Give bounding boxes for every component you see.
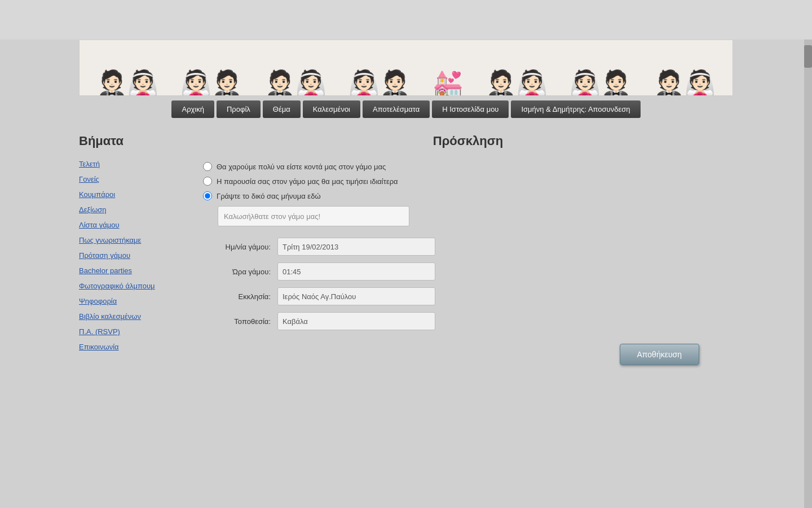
sidebar-how-we-met[interactable]: Πως γνωριστήκαμε <box>79 236 203 244</box>
radio-opt3[interactable] <box>203 191 212 200</box>
sidebar: Βήματα Τελετή Γονείς Κουμπάροι Δεξίωση Λ… <box>79 134 203 365</box>
field-location[interactable] <box>277 312 435 330</box>
header-banner: 🤵🏻👰🏻 👰🏻🤵🏻 🤵🏻👰🏻 👰🏻🤵🏻 💒 🤵🏻👰🏻 👰🏻🤵🏻 🤵🏻👰🏻 <box>79 40 733 96</box>
form-row-church: Εκκλησία: <box>203 287 733 305</box>
custom-message-input[interactable] <box>218 206 409 226</box>
form-row-location: Τοποθεσία: <box>203 312 733 330</box>
radio-opt2-label: Η παρουσία σας στον γάμο μας θα μας τιμή… <box>217 177 398 186</box>
nav-home[interactable]: Αρχική <box>171 100 214 118</box>
field-church[interactable] <box>277 287 435 305</box>
sidebar-ceremony[interactable]: Τελετή <box>79 160 203 168</box>
sidebar-rsvp[interactable]: Π.Α. (RSVP) <box>79 327 203 336</box>
sidebar-album[interactable]: Φωτογραφικό άλμπουμ <box>79 282 203 290</box>
label-wedding-date: Ημ/νία γάμου: <box>203 243 271 251</box>
form-row-time: Ώρα γάμου: <box>203 262 733 281</box>
radio-row-2: Η παρουσία σας στον γάμο μας θα μας τιμή… <box>203 177 733 186</box>
sidebar-title: Βήματα <box>79 134 203 148</box>
nav-guests[interactable]: Καλεσμένοι <box>303 100 360 118</box>
sidebar-guestbook[interactable]: Βιβλίο καλεσμένων <box>79 312 203 321</box>
radio-opt1-label: Θα χαρούμε πολύ να είστε κοντά μας στον … <box>217 163 386 171</box>
sidebar-proposal[interactable]: Πρόταση γάμου <box>79 251 203 260</box>
nav-mysite[interactable]: Η Ιστοσελίδα μου <box>432 100 509 118</box>
sidebar-contact[interactable]: Επικοινωνία <box>79 343 203 351</box>
save-button[interactable]: Αποθήκευση <box>620 344 699 365</box>
field-wedding-time[interactable] <box>277 262 435 281</box>
radio-group: Θα χαρούμε πολύ να είστε κοντά μας στον … <box>203 162 733 226</box>
sidebar-bachelor[interactable]: Bachelor parties <box>79 266 203 275</box>
main-container: Βήματα Τελετή Γονείς Κουμπάροι Δεξίωση Λ… <box>79 134 733 365</box>
radio-row-3: Γράψτε το δικό σας μήνυμα εδώ <box>203 191 733 200</box>
label-wedding-time: Ώρα γάμου: <box>203 268 271 276</box>
sidebar-reception[interactable]: Δεξίωση <box>79 205 203 214</box>
field-wedding-date[interactable] <box>277 238 435 256</box>
figure-8: 🤵🏻👰🏻 <box>654 71 716 95</box>
content-area: Πρόσκληση Θα χαρούμε πολύ να είστε κοντά… <box>203 134 733 365</box>
form-row-date: Ημ/νία γάμου: <box>203 238 733 256</box>
label-location: Τοποθεσία: <box>203 317 271 326</box>
figure-3: 🤵🏻👰🏻 <box>264 71 326 95</box>
content-title: Πρόσκληση <box>203 134 733 148</box>
scrollbar[interactable] <box>804 40 812 508</box>
nav-theme[interactable]: Θέμα <box>263 100 301 118</box>
wedding-fields: Ημ/νία γάμου: Ώρα γάμου: Εκκλησία: Τοποθ… <box>203 238 733 330</box>
figure-1: 🤵🏻👰🏻 <box>96 71 158 95</box>
label-church: Εκκλησία: <box>203 292 271 301</box>
nav-logout[interactable]: Ισμήνη & Δημήτρης: Αποσυνδεση <box>511 100 640 118</box>
figure-4: 👰🏻🤵🏻 <box>348 71 411 95</box>
sidebar-voting[interactable]: Ψηφοφορία <box>79 297 203 305</box>
save-button-wrap: Αποθήκευση <box>203 344 733 365</box>
radio-opt1[interactable] <box>203 162 212 171</box>
radio-opt2[interactable] <box>203 177 212 186</box>
nav-profile[interactable]: Προφίλ <box>217 100 261 118</box>
figure-6: 🤵🏻👰🏻 <box>486 71 548 95</box>
scrollbar-thumb[interactable] <box>804 45 812 68</box>
nav-results[interactable]: Αποτελέσματα <box>363 100 430 118</box>
figure-5: 💒 <box>433 71 464 95</box>
figure-2: 👰🏻🤵🏻 <box>180 71 242 95</box>
sidebar-parents[interactable]: Γονείς <box>79 175 203 183</box>
sidebar-wedding-list[interactable]: Λίστα γάμου <box>79 221 203 229</box>
navbar: Αρχική Προφίλ Θέμα Καλεσμένοι Αποτελέσμα… <box>79 96 733 122</box>
sidebar-best-man[interactable]: Κουμπάροι <box>79 190 203 199</box>
radio-row-1: Θα χαρούμε πολύ να είστε κοντά μας στον … <box>203 162 733 171</box>
figure-7: 👰🏻🤵🏻 <box>570 71 632 95</box>
radio-opt3-label: Γράψτε το δικό σας μήνυμα εδώ <box>217 192 321 200</box>
